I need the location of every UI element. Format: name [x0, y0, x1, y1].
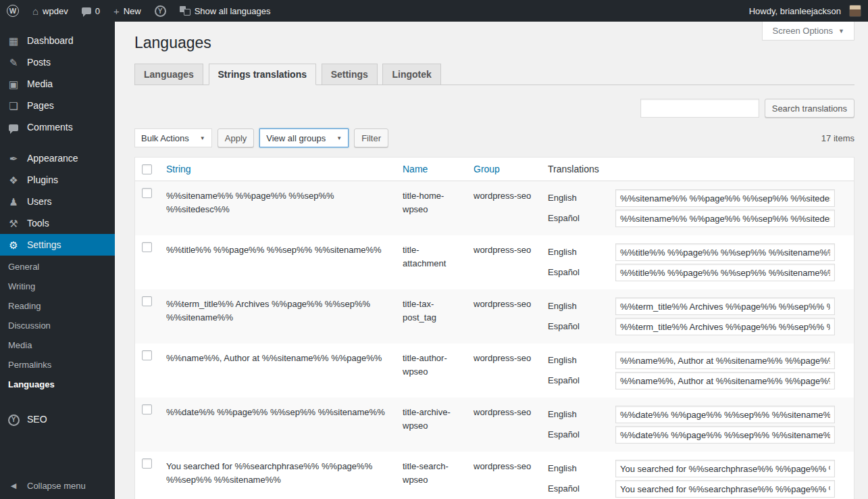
language-label-espanol: Español — [548, 320, 615, 333]
translation-input-english[interactable] — [615, 352, 835, 369]
translations-icon — [180, 6, 190, 16]
column-header-group[interactable]: Group — [467, 158, 541, 181]
translations-cell: English Español — [541, 235, 854, 289]
account-menu[interactable]: Howdy, brianleejackson — [742, 0, 868, 22]
submenu-item-general[interactable]: General — [0, 257, 115, 277]
comments-icon — [7, 122, 20, 133]
string-cell: %%date%% %%page%% %%sep%% %%sitename%% — [159, 398, 396, 452]
language-label-english: English — [548, 408, 615, 421]
translation-input-english[interactable] — [615, 298, 835, 315]
table-row: %%sitename%% %%page%% %%sep%% %%sitedesc… — [135, 181, 854, 235]
bulk-actions-select[interactable]: Bulk Actions ▼ — [134, 128, 212, 147]
new-content-menu[interactable]: + New — [107, 0, 148, 22]
row-checkbox[interactable] — [142, 296, 152, 306]
row-checkbox[interactable] — [142, 458, 152, 469]
screen-options-button[interactable]: Screen Options ▼ — [762, 22, 854, 41]
sidebar-item-appearance[interactable]: ✒ Appearance — [0, 147, 115, 169]
table-row: %%term_title%% Archives %%page%% %%sep%%… — [135, 289, 854, 343]
yoast-menu[interactable]: Y — [148, 0, 173, 22]
row-checkbox[interactable] — [142, 242, 152, 252]
sidebar-item-label: Users — [27, 196, 52, 207]
tab-languages[interactable]: Languages — [134, 64, 203, 85]
collapse-menu-button[interactable]: ◀ Collapse menu — [0, 475, 115, 496]
translations-cell: English Español — [541, 452, 854, 499]
language-label-espanol: Español — [548, 374, 615, 387]
translation-input-english[interactable] — [615, 243, 835, 261]
wp-logo-menu[interactable]: W — [0, 0, 26, 22]
translations-cell: English Español — [541, 398, 854, 452]
translation-input-espanol[interactable] — [615, 318, 835, 335]
language-label-english: English — [548, 300, 615, 313]
select-all-checkbox[interactable] — [142, 164, 152, 174]
sidebar-item-posts[interactable]: ✎ Posts — [0, 51, 115, 73]
group-cell: wordpress-seo — [467, 181, 541, 235]
translation-input-english[interactable] — [615, 189, 835, 207]
tab-lingotek[interactable]: Lingotek — [382, 64, 440, 85]
string-cell: %%term_title%% Archives %%page%% %%sep%%… — [159, 289, 396, 343]
page-wrap: Languages Languages Strings translations… — [134, 22, 854, 499]
translation-input-espanol[interactable] — [615, 210, 835, 227]
howdy-text: Howdy, brianleejackson — [749, 6, 841, 16]
tab-strings-translations[interactable]: Strings translations — [209, 64, 316, 85]
submenu-item-discussion[interactable]: Discussion — [0, 316, 115, 335]
group-filter-select[interactable]: View all groups ▼ — [259, 128, 349, 147]
name-cell: title-tax-post_tag — [396, 289, 467, 343]
sidebar-item-tools[interactable]: ⚒ Tools — [0, 212, 115, 234]
translation-input-espanol[interactable] — [615, 264, 835, 281]
row-checkbox[interactable] — [142, 350, 152, 360]
tab-settings[interactable]: Settings — [322, 64, 378, 85]
sidebar-item-settings[interactable]: ⚙ Settings — [0, 234, 115, 256]
comments-menu[interactable]: 0 — [75, 0, 107, 22]
admin-bar-right: Howdy, brianleejackson — [742, 0, 868, 22]
show-all-languages-menu[interactable]: Show all languages — [173, 0, 278, 22]
submenu-item-writing[interactable]: Writing — [0, 277, 115, 296]
items-count: 17 items — [821, 133, 854, 143]
group-cell: wordpress-seo — [467, 235, 541, 289]
submenu-item-reading[interactable]: Reading — [0, 296, 115, 316]
chevron-down-icon: ▼ — [200, 135, 205, 141]
strings-table: String Name Group Translations %%sitenam… — [134, 157, 854, 499]
translation-input-espanol[interactable] — [615, 426, 835, 444]
site-menu[interactable]: ⌂ wpdev — [26, 0, 75, 22]
new-label: New — [124, 6, 141, 16]
sidebar-item-dashboard[interactable]: ▦ Dashboard — [0, 30, 115, 51]
row-checkbox[interactable] — [142, 188, 152, 198]
tab-bar: Languages Strings translations Settings … — [134, 64, 854, 85]
screen-options-label: Screen Options — [772, 26, 833, 36]
string-cell: You searched for %%searchphrase%% %%page… — [159, 452, 396, 499]
column-header-string[interactable]: String — [159, 158, 396, 181]
settings-icon: ⚙ — [7, 240, 20, 250]
tools-icon: ⚒ — [7, 218, 20, 229]
user-icon: ♟ — [7, 197, 20, 207]
translation-input-espanol[interactable] — [615, 372, 835, 389]
column-header-name[interactable]: Name — [396, 158, 467, 181]
sidebar-item-seo[interactable]: Y SEO — [0, 408, 115, 431]
translations-cell: English Español — [541, 343, 854, 398]
name-cell: title-author-wpseo — [396, 343, 467, 398]
translation-input-espanol[interactable] — [615, 480, 835, 498]
sidebar-item-plugins[interactable]: ❖ Plugins — [0, 169, 115, 191]
search-row: Search translations — [134, 99, 854, 118]
pin-icon: ✎ — [7, 57, 20, 68]
collapse-menu-label: Collapse menu — [27, 481, 86, 491]
submenu-item-permalinks[interactable]: Permalinks — [0, 355, 115, 375]
submenu-item-media[interactable]: Media — [0, 335, 115, 355]
submenu-item-languages[interactable]: Languages — [0, 375, 115, 394]
translation-input-english[interactable] — [615, 460, 835, 477]
row-checkbox[interactable] — [142, 404, 152, 414]
language-label-english: English — [548, 245, 615, 259]
language-label-espanol: Español — [548, 212, 615, 225]
sidebar-item-users[interactable]: ♟ Users — [0, 191, 115, 212]
search-translations-button[interactable]: Search translations — [765, 99, 854, 118]
translation-input-english[interactable] — [615, 406, 835, 423]
filter-button[interactable]: Filter — [354, 128, 388, 147]
apply-button[interactable]: Apply — [218, 128, 255, 147]
sidebar-item-pages[interactable]: ❏ Pages — [0, 95, 115, 116]
sidebar-item-comments[interactable]: Comments — [0, 116, 115, 138]
dashboard-icon: ▦ — [7, 36, 20, 46]
sidebar-item-label: Posts — [27, 57, 51, 68]
translations-cell: English Español — [541, 181, 854, 235]
search-translations-input[interactable] — [640, 99, 759, 118]
sidebar-item-media[interactable]: ▣ Media — [0, 73, 115, 95]
sidebar-item-label: SEO — [27, 414, 47, 425]
